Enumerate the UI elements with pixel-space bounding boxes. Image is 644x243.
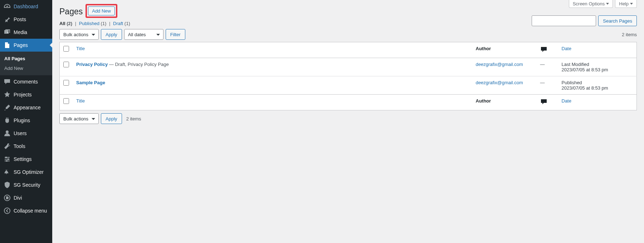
submenu-item-all-pages[interactable]: All Pages [0, 54, 52, 63]
filter-draft[interactable]: Draft (1) [113, 21, 130, 26]
svg-point-4 [6, 160, 8, 162]
bulk-actions-select-bottom[interactable]: Bulk actions [59, 113, 99, 124]
sidebar-item-sg-security[interactable]: SG Security [0, 178, 52, 191]
help-label: Help [619, 1, 629, 6]
row-checkbox[interactable] [63, 80, 69, 86]
shield-icon [4, 181, 11, 189]
bulk-actions-select-top[interactable]: Bulk actions [59, 29, 99, 40]
collapse-icon [4, 207, 11, 214]
svg-point-6 [4, 208, 10, 214]
star-icon [4, 91, 11, 98]
sidebar-item-label: Collapse menu [14, 208, 47, 214]
sidebar-item-label: Appearance [14, 105, 41, 110]
screen-options-button[interactable]: Screen Options [569, 0, 613, 8]
highlight-annotation: Add New [86, 4, 117, 18]
wrench-icon [4, 143, 11, 150]
screen-meta-links: Screen Options Help [569, 0, 637, 8]
row-comments-dash: — [540, 62, 545, 67]
sidebar-item-label: Projects [14, 92, 32, 97]
svg-point-1 [6, 130, 9, 133]
sidebar-item-pages[interactable]: Pages [0, 39, 52, 52]
sliders-icon [4, 156, 11, 163]
svg-point-2 [5, 157, 7, 158]
page-icon [4, 42, 11, 49]
sidebar-item-users[interactable]: Users [0, 127, 52, 140]
comment-bubble-icon [540, 49, 547, 54]
sidebar-item-plugins[interactable]: Plugins [0, 114, 52, 127]
pin-icon [4, 16, 11, 23]
svg-point-0 [7, 32, 9, 33]
sidebar-item-label: SG Optimizer [14, 169, 44, 175]
page-title: Pages [59, 4, 83, 18]
sidebar-item-label: Dashboard [14, 4, 38, 9]
sidebar-item-projects[interactable]: Projects [0, 88, 52, 101]
row-author-link[interactable]: deezgrafix@gmail.com [476, 80, 523, 85]
sidebar-item-label: Divi [14, 195, 22, 201]
sidebar-item-media[interactable]: Media [0, 26, 52, 39]
filter-published[interactable]: Published (1) [79, 21, 107, 26]
row-date-status: Last Modified [562, 62, 589, 67]
sidebar-item-divi[interactable]: Divi [0, 191, 52, 204]
filter-button[interactable]: Filter [166, 29, 185, 40]
screen-options-label: Screen Options [573, 1, 605, 6]
row-checkbox[interactable] [63, 62, 69, 67]
sidebar-item-tools[interactable]: Tools [0, 140, 52, 153]
sidebar-item-label: Tools [14, 143, 25, 149]
media-icon [4, 29, 11, 36]
select-all-bottom[interactable] [63, 98, 69, 104]
add-new-button[interactable]: Add New [88, 6, 115, 15]
rocket-icon [4, 168, 11, 176]
row-post-state: — Draft, Privacy Policy Page [108, 62, 169, 67]
row-date-value: 2023/07/05 at 8:53 pm [562, 85, 608, 91]
sidebar-item-appearance[interactable]: Appearance [0, 101, 52, 114]
svg-point-3 [8, 158, 9, 160]
user-icon [4, 130, 11, 137]
column-header-author: Author [472, 42, 537, 58]
column-footer-date[interactable]: Date [558, 95, 637, 110]
row-author-link[interactable]: deezgrafix@gmail.com [476, 62, 523, 67]
column-footer-title[interactable]: Title [73, 95, 472, 110]
row-title-link[interactable]: Sample Page [76, 80, 105, 85]
admin-sidebar: Dashboard Posts Media Pages All Pages Ad… [0, 0, 52, 243]
column-header-title[interactable]: Title [73, 42, 472, 58]
sidebar-item-dashboard[interactable]: Dashboard [0, 0, 52, 13]
sidebar-item-settings[interactable]: Settings [0, 153, 52, 166]
sidebar-item-label: SG Security [14, 182, 40, 188]
select-all-top[interactable] [63, 46, 69, 52]
row-date-status: Published [562, 80, 582, 85]
sidebar-item-comments[interactable]: Comments [0, 75, 52, 88]
search-input[interactable] [532, 15, 596, 26]
submenu-item-add-new[interactable]: Add New [0, 63, 52, 73]
sidebar-item-label: Users [14, 130, 27, 136]
items-count-top: 2 items [622, 32, 637, 37]
dashboard-icon [4, 3, 11, 10]
date-filter-select[interactable]: All dates [124, 29, 164, 40]
plug-icon [4, 117, 11, 124]
row-title-link[interactable]: Privacy Policy [76, 62, 108, 67]
column-header-date[interactable]: Date [558, 42, 637, 58]
table-row: Sample Page deezgrafix@gmail.com — Publi… [60, 76, 637, 95]
comment-icon [4, 78, 11, 85]
row-comments-dash: — [540, 80, 545, 85]
filter-all[interactable]: All (2) [59, 21, 72, 26]
tablenav-bottom: Bulk actions Apply 2 items [59, 113, 637, 124]
help-button[interactable]: Help [615, 0, 637, 8]
sidebar-item-label: Media [14, 29, 27, 35]
sidebar-item-label: Pages [14, 42, 28, 48]
sidebar-item-label: Posts [14, 16, 26, 22]
sidebar-item-label: Settings [14, 156, 32, 162]
apply-button-top[interactable]: Apply [101, 29, 122, 40]
sidebar-item-posts[interactable]: Posts [0, 13, 52, 26]
main-content: Screen Options Help Pages Add New All (2… [52, 0, 644, 243]
search-pages-button[interactable]: Search Pages [598, 15, 637, 26]
comment-bubble-icon [540, 101, 547, 106]
table-row: Privacy Policy — Draft, Privacy Policy P… [60, 58, 637, 76]
sidebar-item-collapse[interactable]: Collapse menu [0, 204, 52, 217]
column-header-comments [537, 42, 558, 58]
items-count-bottom: 2 items [126, 116, 141, 122]
apply-button-bottom[interactable]: Apply [101, 113, 122, 124]
pages-table: Title Author Date Privacy Policy — Draft… [59, 42, 637, 110]
column-footer-author: Author [472, 95, 537, 110]
sidebar-item-sg-optimizer[interactable]: SG Optimizer [0, 166, 52, 178]
brush-icon [4, 104, 11, 111]
